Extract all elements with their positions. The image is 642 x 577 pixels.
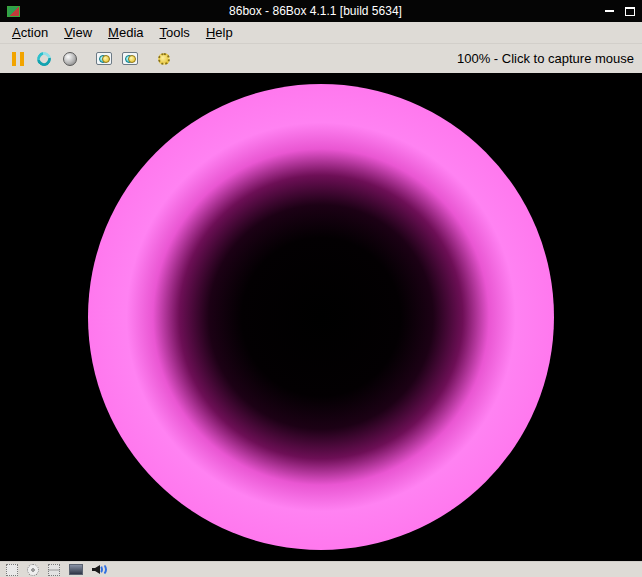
menu-view-accel: V [64,25,72,40]
power-icon [63,52,77,66]
floppy-drive-icon[interactable] [6,564,18,576]
menu-tools-rest: ools [166,25,190,40]
menu-media[interactable]: Media [100,23,151,42]
pause-icon [12,52,24,66]
menu-view[interactable]: View [56,23,100,42]
emulator-screen[interactable] [0,73,642,561]
menu-view-rest: iew [73,25,93,40]
rendered-torus [88,84,554,550]
pause-button[interactable] [6,47,30,71]
settings-gear-icon [158,53,170,65]
hard-reset-icon [34,49,53,68]
toolbar: 100% - Click to capture mouse [0,44,642,73]
menu-help-rest: elp [215,25,232,40]
window-controls [605,7,635,16]
ctrl-alt-esc-button[interactable] [118,47,142,71]
sound-icon[interactable] [92,563,109,576]
maximize-icon[interactable] [625,7,635,16]
menu-media-rest: edia [119,25,144,40]
hard-disk-icon[interactable] [69,564,83,575]
window-title: 86box - 86Box 4.1.1 [build 5634] [26,4,605,18]
menu-action-rest: ction [21,25,48,40]
menu-tools[interactable]: Tools [152,23,198,42]
acpi-shutdown-button[interactable] [58,47,82,71]
minimize-icon[interactable] [605,10,614,12]
cdrom-drive-icon[interactable] [27,564,39,576]
menu-help[interactable]: Help [198,23,241,42]
app-icon [7,6,20,17]
statusbar [0,561,642,577]
menu-action[interactable]: Action [4,23,56,42]
menubar: Action View Media Tools Help [0,22,642,44]
menu-help-accel: H [206,25,215,40]
menu-action-accel: A [12,25,21,40]
ctrl-alt-del-button[interactable] [92,47,116,71]
hard-reset-button[interactable] [32,47,56,71]
titlebar[interactable]: 86box - 86Box 4.1.1 [build 5634] [0,0,642,22]
ctrl-alt-esc-icon [122,52,138,65]
settings-button[interactable] [152,47,176,71]
removable-disk-icon[interactable] [48,564,60,576]
zoom-capture-status: 100% - Click to capture mouse [457,51,636,66]
ctrl-alt-del-icon [96,52,112,65]
menu-media-accel: M [108,25,119,40]
